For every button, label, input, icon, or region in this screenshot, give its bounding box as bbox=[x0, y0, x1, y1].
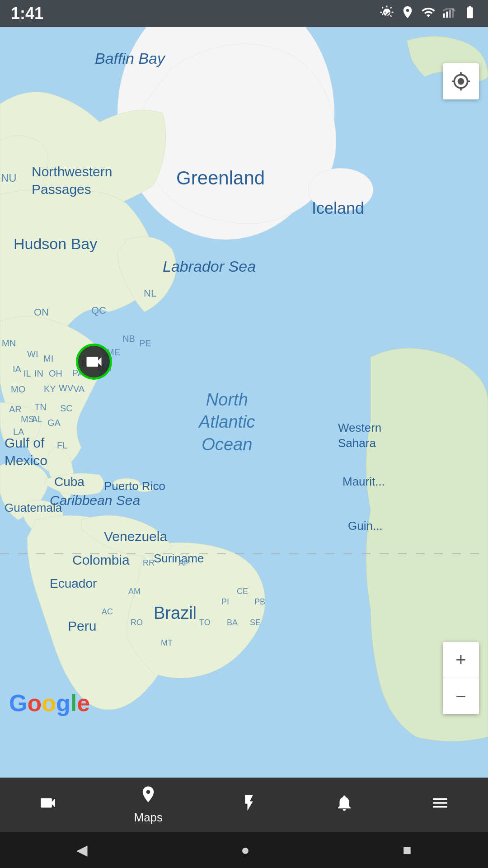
camera-icon bbox=[84, 352, 104, 372]
signal-icon bbox=[442, 5, 456, 23]
google-o2: o bbox=[42, 690, 56, 716]
google-o1: o bbox=[27, 690, 42, 716]
battery-icon bbox=[463, 5, 477, 23]
location-icon bbox=[451, 71, 471, 91]
nav-item-flash[interactable] bbox=[239, 793, 258, 816]
nav-item-menu[interactable] bbox=[431, 793, 450, 816]
zoom-out-button[interactable]: − bbox=[443, 678, 479, 714]
status-icons bbox=[380, 5, 477, 23]
bell-nav-icon bbox=[335, 793, 354, 816]
maps-nav-label: Maps bbox=[134, 811, 163, 825]
svg-rect-1 bbox=[446, 11, 448, 17]
status-time: 1:41 bbox=[11, 4, 43, 23]
android-nav-bar: ◀ ● ■ bbox=[0, 832, 488, 868]
svg-rect-3 bbox=[452, 8, 454, 17]
google-g: G bbox=[9, 690, 27, 716]
google-logo: Google bbox=[9, 689, 90, 717]
nav-item-notifications[interactable] bbox=[335, 793, 354, 816]
wifi-icon bbox=[421, 5, 436, 23]
map-container[interactable]: Baffin Bay Greenland Iceland Northwester… bbox=[0, 27, 488, 796]
nav-item-video[interactable] bbox=[38, 793, 57, 816]
maps-nav-icon bbox=[139, 785, 158, 808]
svg-rect-2 bbox=[449, 9, 451, 17]
google-g2: g bbox=[56, 690, 70, 716]
google-e: e bbox=[77, 690, 90, 716]
status-bar: 1:41 bbox=[0, 0, 488, 27]
nav-item-maps[interactable]: Maps bbox=[134, 785, 163, 825]
location-button[interactable] bbox=[443, 63, 479, 99]
svg-rect-0 bbox=[443, 13, 445, 17]
alarm-icon bbox=[380, 5, 394, 23]
video-nav-icon bbox=[38, 793, 57, 816]
map-svg bbox=[0, 27, 488, 796]
zoom-in-button[interactable]: + bbox=[443, 642, 479, 678]
menu-nav-icon bbox=[431, 793, 450, 816]
gps-icon bbox=[400, 5, 415, 23]
camera-marker[interactable] bbox=[76, 344, 112, 380]
svg-point-8 bbox=[308, 168, 373, 212]
zoom-controls: + − bbox=[443, 642, 479, 714]
back-button[interactable]: ◀ bbox=[76, 841, 88, 859]
home-button[interactable]: ● bbox=[241, 842, 249, 859]
camera-marker-circle[interactable] bbox=[76, 344, 112, 380]
svg-point-7 bbox=[136, 485, 154, 492]
recent-button[interactable]: ■ bbox=[403, 842, 411, 859]
flash-nav-icon bbox=[239, 793, 258, 816]
bottom-nav: Maps bbox=[0, 778, 488, 832]
google-l: l bbox=[70, 690, 77, 716]
